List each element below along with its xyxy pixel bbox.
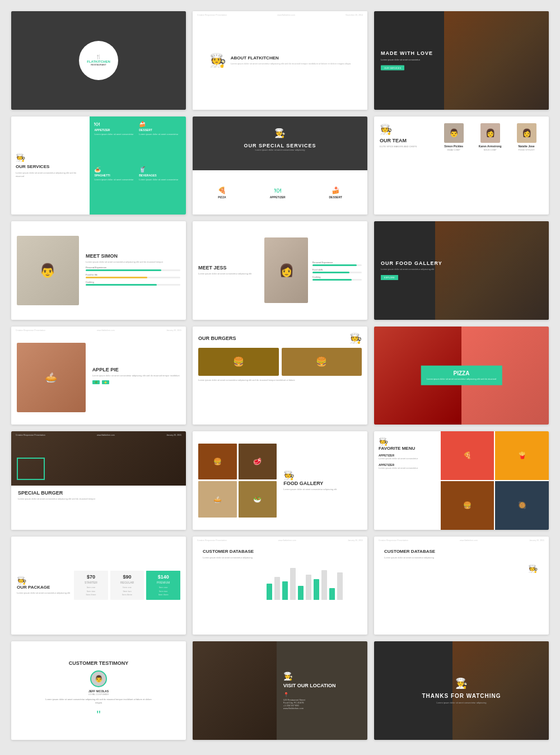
bar-7 — [314, 579, 319, 599]
regular-price: $90 — [113, 574, 142, 580]
thanks-title: THANKS FOR WATCHING — [422, 693, 501, 699]
pizza-desc: Lorem ipsum dolor sit amet consectetur a… — [427, 378, 497, 381]
services-left: 🧑‍🍳 OUR SERVICES Lorem ipsum dolor sit a… — [11, 116, 90, 215]
slide-our-services: 🧑‍🍳 OUR SERVICES Lorem ipsum dolor sit a… — [11, 116, 186, 215]
db2-title: CUSTOMER DATABASE — [384, 549, 441, 554]
member-2-avatar: 👩 — [480, 123, 500, 143]
appetizer2-label: APPETIZER — [270, 195, 286, 199]
appetizer-icon: 🍽 — [94, 121, 137, 127]
starter-price: $70 — [76, 574, 106, 580]
testimony-title: CUSTOMER TESTIMONY — [69, 660, 128, 666]
gallery-grid-mascot: 🧑‍🍳 — [283, 470, 362, 481]
slide-1-bg: 🍴 FLATKITCHEN RESTAURANT — [11, 11, 186, 110]
gallery-food-bg — [435, 221, 549, 320]
logo-subtitle: RESTAURANT — [87, 64, 110, 67]
simon-skill-1: Personal Experience — [86, 266, 180, 271]
burgers-title: OUR BURGERS — [198, 335, 236, 341]
jess-title: MEET JESS — [198, 265, 260, 271]
beverages-desc: Lorem ipsum dolor sit amet consectetur — [139, 178, 181, 181]
testimony-content: 👨 JEFF NICOLAS LOYAL CUSTOMER Lorem ipsu… — [43, 670, 155, 705]
burgers-mascot: 🧑‍🍳 — [349, 332, 362, 344]
db1-meta: Creative Responsive Presentation www.fla… — [197, 539, 363, 542]
burger-photos: 🍔 🍔 — [198, 348, 362, 376]
special-services-mascot: 🧑‍🍳 — [274, 128, 286, 138]
jess-skill-3-label: Cooking — [312, 276, 362, 278]
special-burger-meta: Creative Responsive Presentation www.fla… — [16, 434, 181, 436]
location-title: VISIT OUR LOCATION — [283, 683, 361, 689]
burgers-desc: Lorem ipsum dolor sit amet consectetur a… — [198, 379, 362, 382]
services-mascot: 🧑‍🍳 — [16, 153, 85, 162]
package-premium: $140 Premium Item oneItem twoItem three — [146, 571, 180, 600]
dessert-desc: Lorem ipsum dolor sit amet consectetur — [139, 133, 181, 136]
db2-chart: 🧑‍🍳 — [445, 549, 543, 610]
pizza-text-box: PIZZA Lorem ipsum dolor sit amet consect… — [421, 366, 502, 385]
db2-meta: Creative Responsive Presentation www.fla… — [379, 539, 544, 542]
simon-skill-3-label: Cooking — [86, 281, 180, 283]
slide-customer-db-1: Creative Responsive Presentation www.fla… — [193, 537, 367, 635]
testimony-avatar: 👨 — [90, 670, 107, 687]
fav-menu-mascot: 🧑‍🍳 — [379, 437, 436, 446]
slide-apple-pie: Creative Responsive Presentation www.fla… — [11, 327, 186, 425]
package-desc: Lorem ipsum dolor sit amet consectetur a… — [17, 591, 74, 595]
slide-food-gallery-grid: 🍔 🥩 🥧 🥗 🧑‍🍳 FOOD GALLERY Lorem ipsum dol… — [193, 431, 367, 530]
jess-skill-3: Cooking — [312, 276, 362, 281]
pizza-label: PIZZA — [218, 195, 226, 199]
special-services-desc: Lorem ipsum dolor sit amet consectetur a… — [244, 148, 316, 151]
package-starter: $70 Starter Item oneItem twoItem three — [74, 571, 108, 600]
dessert-icon-item: 🍰 DESSERT — [329, 187, 342, 199]
food-bg-image — [444, 11, 549, 110]
simon-info: MEET SIMON Lorem ipsum dolor sit amet co… — [79, 253, 180, 287]
appetizer-desc: Lorem ipsum dolor sit amet consectetur — [94, 133, 137, 136]
spaghetti-label: SPAGHETTI — [94, 174, 137, 177]
bar-9 — [329, 588, 335, 599]
team-member-1: 👨 Simon Pickles HEAD CHEF — [437, 123, 470, 151]
slide-testimony: CUSTOMER TESTIMONY 👨 JEFF NICOLAS LOYAL … — [11, 641, 186, 740]
made-with-love-text: MADE WITH LOVE Lorem ipsum dolor sit ame… — [381, 50, 433, 71]
fav-menu-photos: 🍕 🍟 🍔 🥘 — [441, 431, 549, 530]
fav-menu-left: 🧑‍🍳 FAVORITE MENU APPETIZER Lorem ipsum … — [374, 431, 441, 530]
service-beverages: 🥤 BEVERAGES Lorem ipsum dolor sit amet c… — [139, 166, 181, 210]
slide-our-burgers: OUR BURGERS 🧑‍🍳 🍔 🍔 Lorem ipsum dolor si… — [193, 327, 367, 425]
db1-left: CUSTOMER DATABASE Lorem ipsum dolor sit … — [198, 542, 264, 566]
simon-skill-2: Food for life — [86, 273, 180, 278]
slide-food-gallery-dark: OUR FOOD GALLERY Lorem ipsum dolor sit a… — [374, 221, 549, 320]
gallery-cell-3: 🥧 — [198, 481, 237, 518]
special-services-dark: OUR SPECIAL SERVICES Lorem ipsum dolor s… — [193, 116, 367, 171]
member-1-name: Simon Pickles — [437, 145, 470, 148]
jess-desc: Lorem ipsum dolor sit amet consectetur a… — [198, 272, 260, 276]
bar-2 — [274, 577, 280, 600]
about-mascot: 🧑‍🍳 — [209, 53, 226, 68]
made-with-love-btn[interactable]: OUR SERVICES — [381, 65, 404, 70]
slide-our-package: 🧑‍🍳 OUR PACKAGE Lorem ipsum dolor sit am… — [11, 537, 186, 635]
team-members: 👨 Simon Pickles HEAD CHEF 👩 Karen Armstr… — [437, 123, 543, 151]
slide-2-meta: Creative Responsive Presentation www.fla… — [197, 14, 363, 16]
packages-list: $70 Starter Item oneItem twoItem three $… — [74, 571, 180, 600]
pizza-title: PIZZA — [427, 370, 497, 376]
starter-label: Starter — [76, 581, 106, 584]
starter-items: Item oneItem twoItem three — [76, 586, 106, 596]
thanks-desc: Lorem ipsum dolor sit amet consectetur a… — [437, 701, 487, 704]
slide-meet-simon: 👨 MEET SIMON Lorem ipsum dolor sit amet … — [11, 221, 186, 320]
regular-label: Regular — [113, 581, 142, 584]
special-burger-content: SPECIAL BURGER Lorem ipsum dolor sit ame… — [11, 486, 186, 505]
simon-photo: 👨 — [17, 236, 79, 305]
gallery-grid-info: 🧑‍🍳 FOOD GALLERY Lorem ipsum dolor sit a… — [277, 470, 362, 491]
slide-thanks: 🧑‍🍳 THANKS FOR WATCHING Lorem ipsum dolo… — [374, 641, 549, 740]
apple-pie-photo: 🥧 — [17, 343, 86, 412]
bar-8 — [321, 570, 327, 600]
db1-desc: Lorem ipsum dolor sit amet consectetur a… — [203, 556, 259, 560]
fav-cell-4: 🥘 — [495, 481, 549, 530]
simon-desc: Lorem ipsum dolor sit amet consectetur a… — [86, 260, 180, 264]
gallery-btn[interactable]: EXPLORE — [381, 275, 398, 280]
made-with-love-title: MADE WITH LOVE — [381, 50, 433, 55]
dessert-icon: 🍰 — [139, 121, 181, 127]
thanks-mascot: 🧑‍🍳 — [455, 677, 468, 689]
slide-visit-location: 🧑‍🍳 VISIT OUR LOCATION 📍 123 Restaurant … — [193, 641, 367, 740]
jess-right-info: Personal Experience Food skills Cooking — [312, 259, 362, 282]
beverages-icon: 🥤 — [139, 166, 181, 173]
dessert-label: DESSERT — [139, 128, 181, 132]
team-left: 🧑‍🍳 OUR TEAM ELITE SPICE MAKERS AND CHEF… — [380, 123, 437, 148]
pizza-icon-item: 🍕 PIZZA — [218, 187, 226, 199]
gallery-grid: 🍔 🥩 🥧 🥗 — [198, 444, 277, 518]
simon-skill-2-label: Food for life — [86, 273, 180, 276]
